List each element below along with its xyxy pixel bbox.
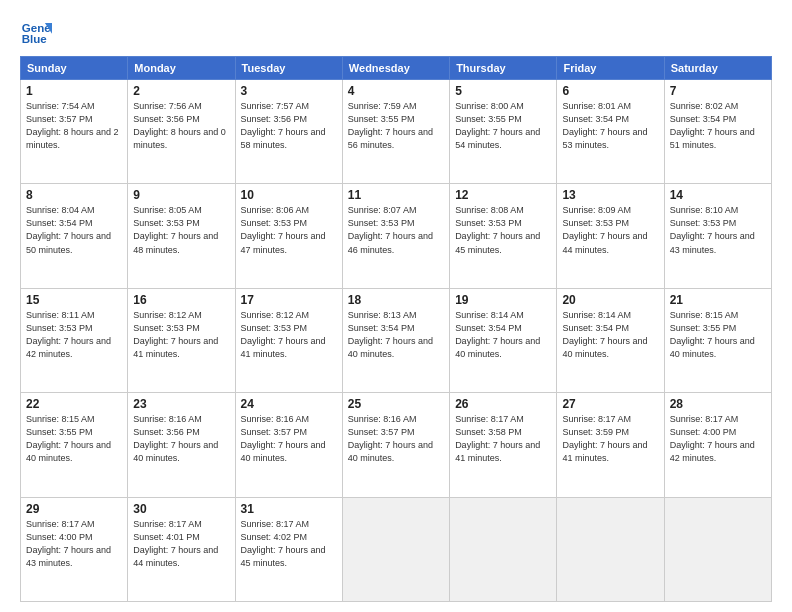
sunrise-label: Sunrise: 8:17 AM: [455, 414, 524, 424]
day-number: 30: [133, 502, 229, 516]
daylight-label: Daylight: 7 hours and 40 minutes.: [348, 440, 433, 463]
daylight-label: Daylight: 7 hours and 43 minutes.: [670, 231, 755, 254]
day-info: Sunrise: 8:17 AM Sunset: 4:01 PM Dayligh…: [133, 518, 229, 570]
sunrise-label: Sunrise: 8:17 AM: [562, 414, 631, 424]
calendar-cell-day-13: 13 Sunrise: 8:09 AM Sunset: 3:53 PM Dayl…: [557, 184, 664, 288]
svg-text:Blue: Blue: [22, 33, 48, 45]
calendar-header-monday: Monday: [128, 57, 235, 80]
sunset-label: Sunset: 3:53 PM: [348, 218, 415, 228]
day-number: 18: [348, 293, 444, 307]
calendar-header-thursday: Thursday: [450, 57, 557, 80]
daylight-label: Daylight: 7 hours and 41 minutes.: [133, 336, 218, 359]
calendar-cell-day-16: 16 Sunrise: 8:12 AM Sunset: 3:53 PM Dayl…: [128, 288, 235, 392]
day-number: 31: [241, 502, 337, 516]
day-number: 23: [133, 397, 229, 411]
calendar-cell-day-29: 29 Sunrise: 8:17 AM Sunset: 4:00 PM Dayl…: [21, 497, 128, 601]
sunrise-label: Sunrise: 8:04 AM: [26, 205, 95, 215]
calendar-header-friday: Friday: [557, 57, 664, 80]
sunset-label: Sunset: 3:56 PM: [133, 427, 200, 437]
daylight-label: Daylight: 7 hours and 43 minutes.: [26, 545, 111, 568]
calendar-cell-empty: [342, 497, 449, 601]
day-number: 19: [455, 293, 551, 307]
calendar-cell-day-5: 5 Sunrise: 8:00 AM Sunset: 3:55 PM Dayli…: [450, 80, 557, 184]
day-info: Sunrise: 7:54 AM Sunset: 3:57 PM Dayligh…: [26, 100, 122, 152]
day-number: 25: [348, 397, 444, 411]
calendar-cell-day-30: 30 Sunrise: 8:17 AM Sunset: 4:01 PM Dayl…: [128, 497, 235, 601]
day-info: Sunrise: 8:17 AM Sunset: 3:58 PM Dayligh…: [455, 413, 551, 465]
calendar-cell-day-21: 21 Sunrise: 8:15 AM Sunset: 3:55 PM Dayl…: [664, 288, 771, 392]
daylight-label: Daylight: 7 hours and 54 minutes.: [455, 127, 540, 150]
sunrise-label: Sunrise: 8:13 AM: [348, 310, 417, 320]
day-info: Sunrise: 8:08 AM Sunset: 3:53 PM Dayligh…: [455, 204, 551, 256]
day-info: Sunrise: 8:16 AM Sunset: 3:57 PM Dayligh…: [348, 413, 444, 465]
logo-icon: General Blue: [20, 16, 52, 48]
sunrise-label: Sunrise: 8:17 AM: [670, 414, 739, 424]
day-number: 10: [241, 188, 337, 202]
day-info: Sunrise: 8:17 AM Sunset: 4:02 PM Dayligh…: [241, 518, 337, 570]
day-number: 4: [348, 84, 444, 98]
sunrise-label: Sunrise: 8:05 AM: [133, 205, 202, 215]
daylight-label: Daylight: 7 hours and 45 minutes.: [241, 545, 326, 568]
sunrise-label: Sunrise: 7:59 AM: [348, 101, 417, 111]
calendar-cell-day-31: 31 Sunrise: 8:17 AM Sunset: 4:02 PM Dayl…: [235, 497, 342, 601]
day-number: 15: [26, 293, 122, 307]
day-number: 7: [670, 84, 766, 98]
sunrise-label: Sunrise: 8:10 AM: [670, 205, 739, 215]
calendar-cell-day-18: 18 Sunrise: 8:13 AM Sunset: 3:54 PM Dayl…: [342, 288, 449, 392]
sunrise-label: Sunrise: 8:17 AM: [26, 519, 95, 529]
day-number: 14: [670, 188, 766, 202]
day-number: 22: [26, 397, 122, 411]
daylight-label: Daylight: 7 hours and 45 minutes.: [455, 231, 540, 254]
calendar-cell-empty: [557, 497, 664, 601]
daylight-label: Daylight: 7 hours and 42 minutes.: [26, 336, 111, 359]
calendar-cell-day-22: 22 Sunrise: 8:15 AM Sunset: 3:55 PM Dayl…: [21, 393, 128, 497]
day-number: 24: [241, 397, 337, 411]
sunset-label: Sunset: 3:54 PM: [455, 323, 522, 333]
sunrise-label: Sunrise: 7:56 AM: [133, 101, 202, 111]
calendar-table: SundayMondayTuesdayWednesdayThursdayFrid…: [20, 56, 772, 602]
sunset-label: Sunset: 3:54 PM: [26, 218, 93, 228]
calendar-cell-empty: [664, 497, 771, 601]
sunset-label: Sunset: 3:54 PM: [562, 323, 629, 333]
sunrise-label: Sunrise: 8:12 AM: [241, 310, 310, 320]
day-info: Sunrise: 7:59 AM Sunset: 3:55 PM Dayligh…: [348, 100, 444, 152]
calendar-cell-day-28: 28 Sunrise: 8:17 AM Sunset: 4:00 PM Dayl…: [664, 393, 771, 497]
day-number: 26: [455, 397, 551, 411]
day-info: Sunrise: 8:17 AM Sunset: 4:00 PM Dayligh…: [670, 413, 766, 465]
daylight-label: Daylight: 8 hours and 0 minutes.: [133, 127, 226, 150]
sunset-label: Sunset: 3:57 PM: [26, 114, 93, 124]
daylight-label: Daylight: 7 hours and 40 minutes.: [26, 440, 111, 463]
sunrise-label: Sunrise: 8:09 AM: [562, 205, 631, 215]
calendar-cell-day-20: 20 Sunrise: 8:14 AM Sunset: 3:54 PM Dayl…: [557, 288, 664, 392]
sunset-label: Sunset: 3:56 PM: [241, 114, 308, 124]
day-info: Sunrise: 8:16 AM Sunset: 3:56 PM Dayligh…: [133, 413, 229, 465]
sunrise-label: Sunrise: 8:14 AM: [455, 310, 524, 320]
day-number: 28: [670, 397, 766, 411]
day-number: 17: [241, 293, 337, 307]
day-info: Sunrise: 8:00 AM Sunset: 3:55 PM Dayligh…: [455, 100, 551, 152]
day-number: 5: [455, 84, 551, 98]
calendar-cell-day-8: 8 Sunrise: 8:04 AM Sunset: 3:54 PM Dayli…: [21, 184, 128, 288]
day-info: Sunrise: 8:14 AM Sunset: 3:54 PM Dayligh…: [562, 309, 658, 361]
calendar-week-4: 22 Sunrise: 8:15 AM Sunset: 3:55 PM Dayl…: [21, 393, 772, 497]
day-number: 1: [26, 84, 122, 98]
daylight-label: Daylight: 7 hours and 44 minutes.: [562, 231, 647, 254]
daylight-label: Daylight: 7 hours and 41 minutes.: [562, 440, 647, 463]
day-number: 29: [26, 502, 122, 516]
calendar-cell-day-2: 2 Sunrise: 7:56 AM Sunset: 3:56 PM Dayli…: [128, 80, 235, 184]
sunset-label: Sunset: 3:53 PM: [562, 218, 629, 228]
calendar-week-3: 15 Sunrise: 8:11 AM Sunset: 3:53 PM Dayl…: [21, 288, 772, 392]
sunset-label: Sunset: 3:53 PM: [133, 323, 200, 333]
calendar-cell-day-24: 24 Sunrise: 8:16 AM Sunset: 3:57 PM Dayl…: [235, 393, 342, 497]
day-info: Sunrise: 8:15 AM Sunset: 3:55 PM Dayligh…: [26, 413, 122, 465]
sunset-label: Sunset: 3:57 PM: [241, 427, 308, 437]
day-number: 2: [133, 84, 229, 98]
calendar-cell-day-17: 17 Sunrise: 8:12 AM Sunset: 3:53 PM Dayl…: [235, 288, 342, 392]
sunrise-label: Sunrise: 8:16 AM: [133, 414, 202, 424]
day-info: Sunrise: 8:02 AM Sunset: 3:54 PM Dayligh…: [670, 100, 766, 152]
day-info: Sunrise: 8:11 AM Sunset: 3:53 PM Dayligh…: [26, 309, 122, 361]
day-info: Sunrise: 8:01 AM Sunset: 3:54 PM Dayligh…: [562, 100, 658, 152]
calendar-cell-day-9: 9 Sunrise: 8:05 AM Sunset: 3:53 PM Dayli…: [128, 184, 235, 288]
sunrise-label: Sunrise: 8:16 AM: [241, 414, 310, 424]
sunset-label: Sunset: 4:00 PM: [670, 427, 737, 437]
